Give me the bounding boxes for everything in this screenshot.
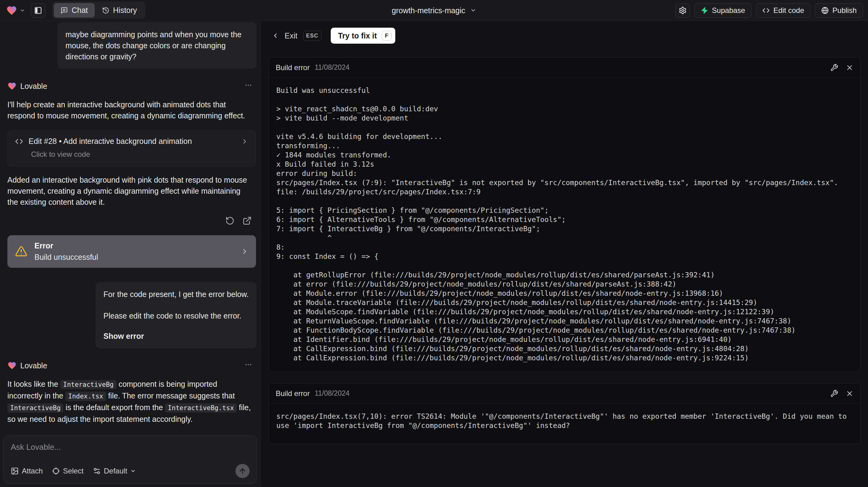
supabase-bolt-icon	[701, 7, 708, 14]
warning-triangle-icon	[15, 245, 28, 258]
code-brackets-icon	[762, 7, 770, 14]
assistant-text: Added an interactive background with pin…	[7, 174, 253, 208]
sidebar-toggle-icon	[34, 6, 42, 14]
build-error-log[interactable]: src/pages/Index.tsx(7,10): error TS2614:…	[269, 404, 860, 444]
message-menu-button[interactable]	[244, 81, 252, 91]
user-message-text: maybe diagramming points and when you mo…	[65, 29, 249, 62]
close-x-icon	[845, 390, 854, 398]
lovable-heart-icon	[7, 361, 17, 370]
edit-code-label: Edit code	[773, 6, 804, 15]
assistant-header: Lovable	[7, 81, 257, 91]
esc-key-badge: ESC	[303, 31, 321, 41]
chevron-right-icon	[241, 247, 249, 255]
assistant-name: Lovable	[20, 82, 47, 91]
chat-bubble-icon	[61, 7, 68, 14]
external-link-icon	[243, 216, 252, 225]
build-error-card[interactable]: Error Build unsuccessful	[7, 235, 256, 268]
project-name: growth-metrics-magic	[392, 6, 465, 15]
open-preview-button[interactable]	[243, 216, 252, 225]
assistant-name: Lovable	[20, 361, 47, 370]
user-message-text: For the code present, I get the error be…	[103, 289, 249, 300]
exit-label: Exit	[285, 31, 298, 40]
lovable-app: Chat History growth-metrics-magic	[0, 0, 868, 487]
chat-history-tabs: Chat History	[52, 2, 145, 19]
build-error-panel-1: Build error 11/08/2024 Build was unsu	[269, 57, 861, 372]
build-error-log[interactable]: Build was unsuccessful > vite_react_shad…	[269, 78, 860, 372]
select-element-button[interactable]: Select	[52, 467, 84, 475]
edit-card-title: Edit #28 • Add interactive background an…	[29, 137, 192, 146]
close-x-icon	[845, 64, 854, 72]
lovable-heart-icon	[6, 5, 17, 16]
user-message-text: Please edit the code to resolve the erro…	[103, 310, 249, 321]
message-actions	[4, 216, 252, 225]
code-brackets-icon	[15, 138, 23, 145]
chevron-left-icon	[272, 32, 279, 39]
tab-history[interactable]: History	[95, 3, 144, 18]
publish-label: Publish	[832, 6, 857, 15]
mode-selector[interactable]: Default	[93, 467, 136, 475]
wrench-icon	[830, 390, 838, 398]
error-overlay-panel: Exit ESC Try to fix it F Build error 11/…	[261, 21, 868, 487]
lovable-heart-icon	[7, 82, 17, 91]
supabase-button[interactable]: Supabase	[694, 3, 751, 18]
chat-message-list[interactable]: maybe diagramming points and when you mo…	[0, 21, 260, 433]
chat-input[interactable]	[11, 443, 250, 458]
wrench-icon	[830, 64, 838, 72]
error-card-title: Error	[34, 241, 98, 250]
send-button[interactable]	[236, 464, 250, 478]
message-menu-button[interactable]	[244, 361, 252, 370]
top-bar: Chat History growth-metrics-magic	[0, 0, 868, 21]
attach-button[interactable]: Attach	[11, 467, 43, 475]
chevron-down-icon	[470, 7, 476, 13]
settings-button[interactable]	[675, 3, 690, 18]
chevron-down-icon	[20, 8, 25, 13]
gear-icon	[679, 6, 687, 14]
chevron-right-icon	[241, 138, 248, 145]
arrow-up-send-icon	[239, 467, 247, 475]
close-error-button[interactable]	[845, 64, 854, 72]
try-to-fix-label: Try to fix it	[338, 31, 377, 40]
restore-icon	[225, 216, 235, 225]
build-error-panel-2: Build error 11/08/2024 src/pages/Inde	[269, 383, 861, 444]
close-error-button[interactable]	[845, 390, 854, 398]
restore-button[interactable]	[225, 216, 235, 225]
attach-label: Attach	[22, 467, 43, 475]
publish-button[interactable]: Publish	[815, 3, 863, 18]
tab-history-label: History	[113, 6, 137, 15]
select-label: Select	[63, 467, 84, 475]
f-key-badge: F	[382, 31, 392, 40]
assistant-text: I'll help create an interactive backgrou…	[7, 99, 253, 121]
chevron-down-icon	[130, 468, 136, 474]
build-error-title: Build error	[276, 63, 310, 72]
ellipsis-icon	[244, 81, 252, 89]
fix-with-ai-button[interactable]	[830, 390, 838, 398]
tab-chat-label: Chat	[72, 6, 88, 15]
error-card-subtitle: Build unsuccessful	[34, 253, 98, 262]
try-to-fix-button[interactable]: Try to fix it F	[331, 28, 395, 44]
user-message: maybe diagramming points and when you mo…	[58, 22, 257, 69]
build-error-title: Build error	[276, 389, 310, 398]
sidebar-toggle-button[interactable]	[31, 3, 45, 18]
supabase-label: Supabase	[712, 6, 745, 15]
assistant-header: Lovable	[7, 361, 257, 370]
chat-composer: Attach Select Default	[3, 435, 257, 484]
globe-icon	[821, 7, 829, 14]
build-error-date: 11/08/2024	[315, 389, 349, 398]
exit-button[interactable]: Exit ESC	[272, 31, 321, 41]
crosshair-select-icon	[52, 467, 60, 475]
build-error-date: 11/08/2024	[315, 63, 349, 72]
fix-with-ai-button[interactable]	[830, 64, 838, 72]
tab-chat[interactable]: Chat	[54, 3, 95, 18]
show-error-link[interactable]: Show error	[103, 331, 249, 342]
history-clock-icon	[102, 7, 110, 14]
edit-code-button[interactable]: Edit code	[756, 3, 810, 18]
edit-card-28[interactable]: Edit #28 • Add interactive background an…	[7, 130, 256, 166]
chat-panel: maybe diagramming points and when you mo…	[0, 21, 261, 487]
project-switcher[interactable]: growth-metrics-magic	[392, 6, 476, 15]
image-attach-icon	[11, 467, 19, 475]
lovable-logo-menu[interactable]	[5, 4, 26, 17]
edit-card-subtitle: Click to view code	[31, 150, 248, 159]
assistant-text: It looks like the InteractiveBg componen…	[7, 378, 253, 425]
ellipsis-icon	[244, 361, 252, 369]
user-message: For the code present, I get the error be…	[96, 282, 257, 348]
